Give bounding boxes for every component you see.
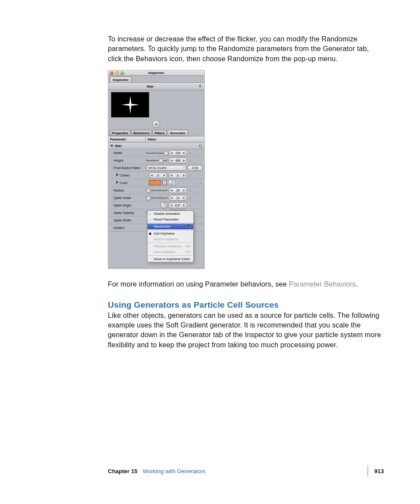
height-field[interactable]: ◀486▶ [169,158,187,163]
col-value: Value [146,136,204,142]
param-menu-icon[interactable]: – [188,151,192,155]
param-spike-scale: Spike Scale ◀12▶ – [108,194,204,202]
column-header: Parameter Value [108,136,204,143]
window-title: Inspector [148,71,164,75]
page: To increase or decrease the effect of th… [0,0,420,504]
menu-disable-animation[interactable]: –Disable Animation [147,211,193,217]
chevron-right-icon [116,180,118,184]
menu-next-keyframe: Next Keyframe⇧K [147,249,193,255]
footer-divider [368,465,368,477]
spike-angle-field[interactable]: ◀0.0°▶ [169,202,187,208]
menu-previous-keyframe: Previous Keyframe⌥K [147,243,193,249]
center-y-field[interactable]: ◀0▶ [169,173,187,178]
lock-icon[interactable] [199,84,202,88]
tab-filters[interactable]: Filters [152,130,167,136]
tab-properties[interactable]: Properties [110,130,130,136]
par-value[interactable]: 0.90 [188,165,203,171]
object-header: Star [108,83,204,90]
radius-field[interactable]: ◀20▶ [169,188,187,193]
svg-rect-0 [199,86,201,87]
tab-inspector[interactable]: Inspector [110,77,132,82]
section-heading: Using Generators as Particle Cell Source… [108,300,384,310]
chapter-label: Chapter 15 [108,468,137,475]
center-x-field[interactable]: ◀0▶ [149,173,167,178]
tab-behaviors[interactable]: Behaviors [131,130,151,136]
spike-scale-field[interactable]: ◀12▶ [169,195,187,201]
param-menu-icon[interactable]: – [188,203,192,207]
spike-angle-dial[interactable] [160,202,167,209]
menu-add-keyframe[interactable]: ◆Add Keyframe [147,231,193,236]
param-par: Pixel Aspect Ratio NTSC D1/DV 0.90 [108,164,204,172]
color-well[interactable] [149,180,161,185]
paragraph-intro: To increase or decrease the effect of th… [108,34,384,64]
eyedropper-icon[interactable] [168,180,175,185]
spike-scale-slider[interactable] [146,196,167,200]
parameter-popup-menu: –Disable Animation –Reset Parameter Rand… [147,210,194,262]
paragraph-see-also: For more information on using Parameter … [108,280,384,289]
height-slider[interactable] [146,158,167,162]
radius-slider[interactable] [146,188,167,192]
link-parameter-behaviors[interactable]: Parameter Behaviors [289,280,356,288]
traffic-lights [110,71,124,75]
chapter-title: Working with Generators [143,468,206,475]
chevron-right-icon [116,173,118,177]
param-radius: Radius ◀20▶ – [108,187,204,194]
object-name: Star [147,85,154,88]
param-menu-icon[interactable]: – [188,196,192,200]
window-titlebar: Inspector [108,70,204,76]
zoom-icon[interactable] [120,71,124,75]
tab-row-sub: Properties Behaviors Filters Generator [108,130,204,136]
param-color: Color – [108,179,204,187]
param-center: Center ◀0▶ ◀0▶ – [108,172,204,179]
paragraph-generators-cell: Like other objects, generators can be us… [108,311,384,350]
param-height: Height ◀486▶ – [108,157,204,164]
param-menu-icon[interactable]: – [188,188,192,192]
menu-show-in-keyframe-editor[interactable]: Show In Keyframe Editor [147,256,193,262]
param-spike-angle: Spike Angle ◀0.0°▶ – [108,202,204,209]
reset-icon[interactable] [199,144,203,148]
width-field[interactable]: ◀720▶ [169,150,187,156]
color-popup-icon[interactable] [162,180,167,185]
param-menu-icon[interactable]: – [188,158,192,162]
play-icon[interactable] [152,120,160,128]
close-icon[interactable] [110,71,114,75]
col-parameter: Parameter [108,136,146,142]
tab-row-main: Inspector [108,76,204,83]
cursor-icon [187,224,191,229]
tab-generator[interactable]: Generator [168,130,188,136]
menu-randomize[interactable]: Randomize [147,224,193,229]
minimize-icon[interactable] [115,71,119,75]
menu-delete-keyframe: Delete Keyframe [147,236,193,242]
width-slider[interactable] [146,151,167,155]
param-menu-icon[interactable]: – [199,181,203,185]
menu-reset-parameter[interactable]: –Reset Parameter [147,217,193,222]
page-number: 913 [374,468,384,475]
par-select[interactable]: NTSC D1/DV [146,165,186,171]
inspector-screenshot: Inspector Inspector Star [108,70,205,269]
group-star[interactable]: Star [108,143,204,149]
param-width: Width ◀720▶ – [108,149,204,157]
star-preview [111,92,149,118]
chevron-down-icon [110,145,114,147]
page-footer: Chapter 15 Working with Generators 913 [108,465,384,477]
param-menu-icon[interactable]: – [188,173,192,177]
